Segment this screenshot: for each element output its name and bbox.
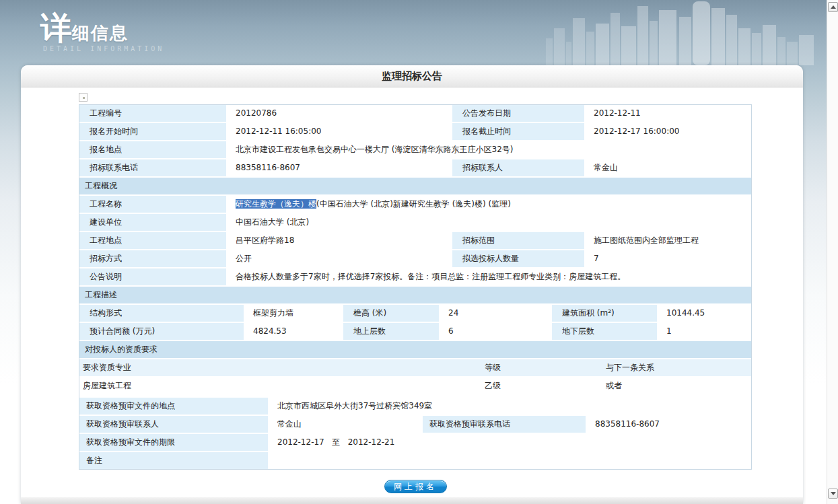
table-row: 预计合同额 (万元) 4824.53 地上层数 6 地下层数 1	[79, 323, 751, 340]
field-value: 北京市西城区阜外大街37号过桥宾馆349室	[269, 398, 751, 415]
field-label: 地下层数	[552, 323, 657, 340]
field-label: 建筑面积 (m²)	[552, 305, 657, 322]
field-label: 檐高 (米)	[343, 305, 439, 322]
qualification-major: 房屋建筑工程	[79, 377, 485, 394]
field-value: 7	[586, 250, 751, 267]
field-label: 报名开始时间	[79, 123, 226, 140]
field-label: 工程地点	[79, 232, 226, 249]
field-value: 6	[440, 323, 551, 340]
field-label: 获取资格预审文件的期限	[79, 434, 268, 451]
field-label: 招标联系人	[452, 159, 584, 176]
qualification-data-row: 房屋建筑工程 乙级 或者	[79, 377, 751, 394]
field-value: 4824.53	[245, 323, 342, 340]
column-header-grade: 等级	[485, 359, 606, 376]
table-row: 结构形式 框架剪力墙 檐高 (米) 24 建筑面积 (m²) 10144.45	[79, 305, 751, 322]
site-logo: 详 细信息 DETAIL INFORMATION	[40, 13, 164, 52]
page-title: 监理招标公告	[21, 65, 803, 87]
vertical-scrollbar[interactable]	[827, 0, 838, 504]
field-value: 1	[658, 323, 751, 340]
field-value	[269, 452, 751, 469]
column-header-major: 要求资质专业	[79, 359, 485, 376]
logo-text-big: 详	[40, 13, 72, 43]
field-value: 常金山	[269, 416, 421, 433]
section-row: 工程描述	[79, 287, 751, 303]
field-value: 公开	[228, 250, 451, 267]
field-label: 预计合同额 (万元)	[79, 323, 244, 340]
field-value: 24	[440, 305, 551, 322]
field-label: 结构形式	[79, 305, 244, 322]
field-label: 备注	[79, 452, 268, 469]
field-label: 获取资格预审联系人	[79, 416, 268, 433]
field-value-rest: (中国石油大学 (北京)新建研究生教学 (逸夫)楼) (监理)	[316, 199, 511, 209]
city-skyline-graphic	[546, 0, 815, 65]
panel-footer	[21, 497, 803, 504]
field-label: 招标联系电话	[79, 159, 226, 176]
field-value: 2012-12-17 16:00:00	[586, 123, 751, 140]
down-arrow-icon	[831, 492, 836, 495]
page-banner: 详 细信息 DETAIL INFORMATION	[0, 0, 827, 65]
table-row: 工程名称 研究生教学（逸夫）楼(中国石油大学 (北京)新建研究生教学 (逸夫)楼…	[79, 196, 751, 213]
up-arrow-icon	[831, 5, 836, 9]
field-value: 常金山	[586, 159, 751, 176]
field-value: 研究生教学（逸夫）楼(中国石油大学 (北京)新建研究生教学 (逸夫)楼) (监理…	[228, 196, 751, 213]
field-label: 公告说明	[79, 268, 226, 285]
table-row: 报名地点 北京市建设工程发包承包交易中心一楼大厅 (海淀区清华东路东王庄小区32…	[79, 141, 751, 158]
table-row: 工程地点 昌平区府学路18 招标范围 施工图纸范围内全部监理工程	[79, 232, 751, 249]
field-label: 报名地点	[79, 141, 226, 158]
field-label: 招标方式	[79, 250, 226, 267]
qualification-header-bar: 要求资质专业 等级 与下一条关系	[79, 359, 751, 376]
section-row: 对投标人的资质要求	[79, 341, 751, 358]
table-row: 报名开始时间 2012-12-11 16:05:00 报名截止时间 2012-1…	[79, 123, 751, 140]
table-row: 公告说明 合格投标人数量多于7家时，择优选择7家投标。备注：项目总监：注册监理工…	[79, 268, 751, 285]
qualification-header-row: 要求资质专业 等级 与下一条关系	[79, 359, 751, 376]
selected-text: 研究生教学（逸夫）楼	[236, 199, 316, 209]
detail-table: 工程编号 20120786 公告发布日期 2012-12-11 报名开始时间 2…	[79, 104, 752, 470]
field-value: 合格投标人数量多于7家时，择优选择7家投标。备注：项目总监：注册监理工程师专业类…	[228, 268, 751, 285]
section-header-description: 工程描述	[79, 287, 751, 303]
field-value: 10144.45	[658, 305, 751, 322]
scroll-up-button[interactable]	[828, 2, 838, 12]
table-row: 获取资格预审文件的期限 2012-12-17 至 2012-12-21	[79, 434, 751, 451]
table-row: 获取资格预审文件的地点 北京市西城区阜外大街37号过桥宾馆349室	[79, 398, 751, 415]
qualification-grade: 乙级	[485, 377, 606, 394]
table-row: 获取资格预审联系人 常金山 获取资格预审联系电话 88358116-8607	[79, 416, 751, 433]
field-label: 工程名称	[79, 196, 226, 213]
field-value: 2012-12-11	[586, 105, 751, 122]
table-row: 备注	[79, 452, 751, 469]
field-value: 2012-12-11 16:05:00	[228, 123, 451, 140]
field-label: 公告发布日期	[452, 105, 584, 122]
field-value: 20120786	[228, 105, 451, 122]
qualification-relation: 或者	[606, 377, 751, 394]
field-value: 88358116-8607	[228, 159, 451, 176]
table-row: 招标方式 公开 拟选投标人数量 7	[79, 250, 751, 267]
field-value: 施工图纸范围内全部监理工程	[586, 232, 751, 249]
content-panel: 监理招标公告 工程编号 20120786 公告发布日期 2012-12-11 报…	[21, 65, 803, 504]
field-label: 拟选投标人数量	[452, 250, 584, 267]
qualification-data-bar: 房屋建筑工程 乙级 或者	[79, 377, 751, 394]
online-signup-button[interactable]: 网上报名	[384, 480, 447, 493]
field-label: 工程编号	[79, 105, 226, 122]
field-value: 2012-12-17 至 2012-12-21	[269, 434, 751, 451]
column-header-relation: 与下一条关系	[606, 359, 751, 376]
section-header-qualification: 对投标人的资质要求	[79, 341, 751, 358]
field-label: 获取资格预审文件的地点	[79, 398, 268, 415]
section-row: 工程概况	[79, 178, 751, 194]
field-label: 招标范围	[452, 232, 584, 249]
logo-subtitle: DETAIL INFORMATION	[43, 45, 164, 52]
field-value: 框架剪力墙	[245, 305, 342, 322]
button-row: 网上报名	[79, 479, 752, 493]
field-label: 地上层数	[343, 323, 439, 340]
scroll-down-button[interactable]	[828, 489, 838, 499]
table-row: 建设单位 中国石油大学 (北京)	[79, 214, 751, 231]
field-label: 获取资格预审联系电话	[423, 416, 586, 433]
table-row: 招标联系电话 88358116-8607 招标联系人 常金山	[79, 159, 751, 176]
table-row: 工程编号 20120786 公告发布日期 2012-12-11	[79, 105, 751, 122]
image-placeholder-icon	[79, 93, 88, 102]
field-label: 建设单位	[79, 214, 226, 231]
section-header-overview: 工程概况	[79, 178, 751, 194]
field-value: 88358116-8607	[587, 416, 751, 433]
field-value: 北京市建设工程发包承包交易中心一楼大厅 (海淀区清华东路东王庄小区32号)	[228, 141, 751, 158]
field-value: 昌平区府学路18	[228, 232, 451, 249]
field-label: 报名截止时间	[452, 123, 584, 140]
detail-content: 工程编号 20120786 公告发布日期 2012-12-11 报名开始时间 2…	[21, 87, 803, 493]
